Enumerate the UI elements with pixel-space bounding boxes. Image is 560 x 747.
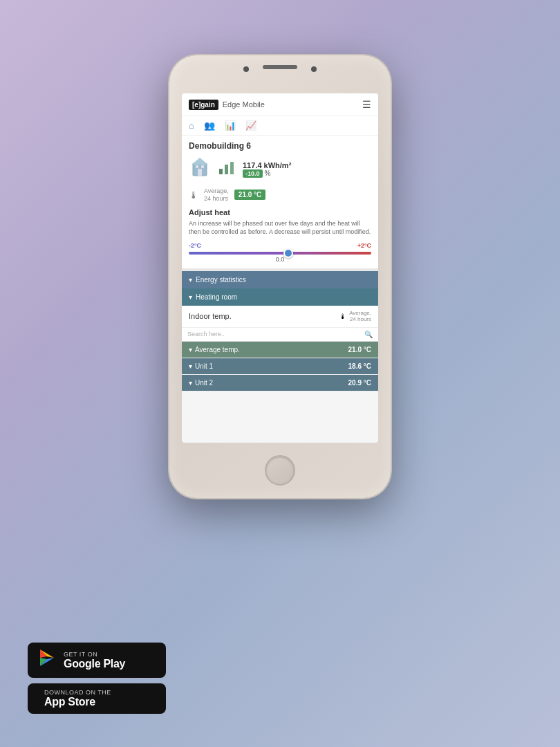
svg-rect-6 [225, 165, 228, 174]
google-play-text: GET IT ON Google Play [64, 651, 125, 670]
heat-slider[interactable] [189, 252, 371, 255]
bar-chart-icon [218, 160, 236, 178]
header-left: [e]gain Edge Mobile [189, 100, 265, 110]
energy-change: -10.0 % [243, 169, 291, 178]
chart-nav-icon[interactable]: 📈 [245, 120, 256, 131]
indoor-right: 🌡 Average, 24 hours [339, 310, 371, 323]
change-pct: % [265, 169, 271, 177]
bar-nav-icon[interactable]: 📊 [225, 120, 236, 131]
adjust-desc: An increase will be phased out over five… [189, 219, 371, 237]
change-badge: -10.0 [243, 169, 263, 178]
app-store-large: App Store [44, 696, 111, 708]
svg-rect-4 [201, 165, 204, 168]
unit1-val: 18.6 °C [348, 362, 371, 370]
group-nav-icon[interactable]: 👥 [204, 120, 215, 131]
hamburger-menu[interactable]: ☰ [362, 99, 371, 110]
front-camera [311, 66, 317, 72]
list-item-unit2[interactable]: ▾ Unit 2 20.9 °C [182, 375, 378, 391]
indoor-temp-label: Indoor temp. [189, 312, 232, 320]
nav-icons: ⌂ 👥 📊 📈 [182, 116, 378, 136]
unit1-label: ▾ Unit 1 [189, 362, 213, 370]
slider-neg-label: -2°C [189, 242, 201, 249]
slider-labels-row: -2°C +2°C [189, 242, 371, 249]
chevron-down-icon: ▾ [189, 276, 192, 284]
slider-track [189, 252, 371, 255]
energy-value: 117.4 kWh/m² [243, 161, 291, 169]
svg-rect-3 [196, 165, 198, 168]
stats-row: 117.4 kWh/m² -10.0 % [189, 156, 371, 182]
phone-top-bar [169, 55, 391, 72]
google-play-large: Google Play [64, 658, 125, 670]
app-header: [e]gain Edge Mobile ☰ [182, 93, 378, 116]
adjust-title: Adjust heat [189, 208, 371, 216]
google-play-badge[interactable]: GET IT ON Google Play [28, 643, 166, 678]
search-icon[interactable]: 🔍 [364, 331, 373, 338]
app-store-text: Download on the App Store [44, 689, 111, 708]
chevron-icon-unit2: ▾ [189, 379, 192, 387]
avg-temp-val: 21.0 °C [348, 346, 371, 353]
svg-marker-2 [192, 158, 208, 165]
thermo-small-icon: 🌡 [339, 313, 346, 320]
list-item-avg[interactable]: ▾ Average temp. 21.0 °C [182, 342, 378, 358]
heating-room-bar[interactable]: ▾ Heating room [182, 288, 378, 306]
speaker-slot [263, 65, 297, 69]
indoor-temp-section: Indoor temp. 🌡 Average, 24 hours [182, 306, 378, 328]
avg-temp-label: ▾ Average temp. [189, 346, 240, 353]
logo: [e]gain [189, 100, 218, 110]
badges-container: GET IT ON Google Play Download on the Ap… [28, 643, 166, 714]
temp-row: 🌡 Average, 24 hours 21.0 °C [189, 187, 371, 203]
svg-rect-1 [198, 169, 202, 176]
home-nav-icon[interactable]: ⌂ [189, 120, 194, 131]
google-play-small: GET IT ON [64, 651, 125, 658]
svg-rect-5 [219, 169, 223, 174]
camera-dot [243, 66, 249, 72]
thermometer-icon: 🌡 [189, 190, 198, 201]
list-item-unit1[interactable]: ▾ Unit 1 18.6 °C [182, 358, 378, 375]
building-title: Demobuilding 6 [189, 141, 371, 151]
avg-temp-badge: 21.0 °C [234, 190, 265, 200]
phone-screen: [e]gain Edge Mobile ☰ ⌂ 👥 📊 📈 Demobuildi… [182, 93, 378, 443]
energy-stats: 117.4 kWh/m² -10.0 % [243, 161, 291, 178]
slider-pos-label: +2°C [357, 242, 371, 249]
search-bar: Search here.. 🔍 [182, 328, 378, 342]
app-store-small: Download on the [44, 689, 111, 696]
energy-statistics-bar[interactable]: ▾ Energy statistics [182, 271, 378, 288]
building-icon [189, 156, 211, 182]
phone-shell: [e]gain Edge Mobile ☰ ⌂ 👥 📊 📈 Demobuildi… [169, 55, 391, 498]
svg-rect-7 [230, 162, 234, 174]
chevron-icon-avg: ▾ [189, 346, 192, 353]
app-title: Edge Mobile [223, 100, 265, 109]
avg-label: Average, 24 hours [204, 187, 229, 203]
slider-value: 0.0 [189, 256, 371, 263]
chevron-icon-unit1: ▾ [189, 362, 192, 370]
home-button[interactable] [265, 455, 295, 486]
google-play-icon [37, 648, 57, 672]
slider-thumb[interactable] [283, 248, 293, 258]
app-store-badge[interactable]: Download on the App Store [28, 683, 166, 714]
search-input[interactable]: Search here.. [187, 331, 364, 338]
content-area: Demobuilding 6 [182, 136, 378, 271]
unit2-label: ▾ Unit 2 [189, 379, 213, 387]
indoor-avg-text: Average, 24 hours [349, 310, 371, 323]
chevron-down-icon-2: ▾ [189, 293, 192, 301]
unit2-val: 20.9 °C [348, 379, 371, 387]
